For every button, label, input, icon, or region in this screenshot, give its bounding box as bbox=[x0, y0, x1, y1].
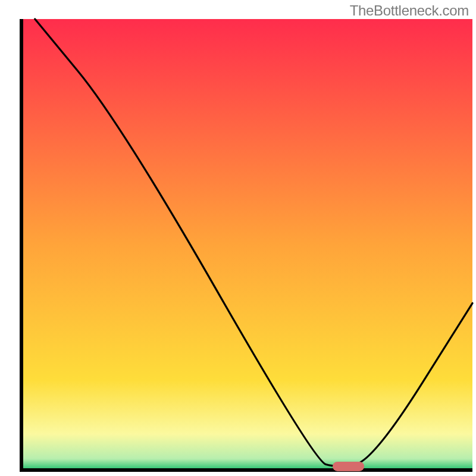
bottleneck-chart bbox=[0, 0, 476, 476]
attribution-text: TheBottleneck.com bbox=[350, 2, 469, 19]
optimum-marker bbox=[333, 462, 364, 471]
